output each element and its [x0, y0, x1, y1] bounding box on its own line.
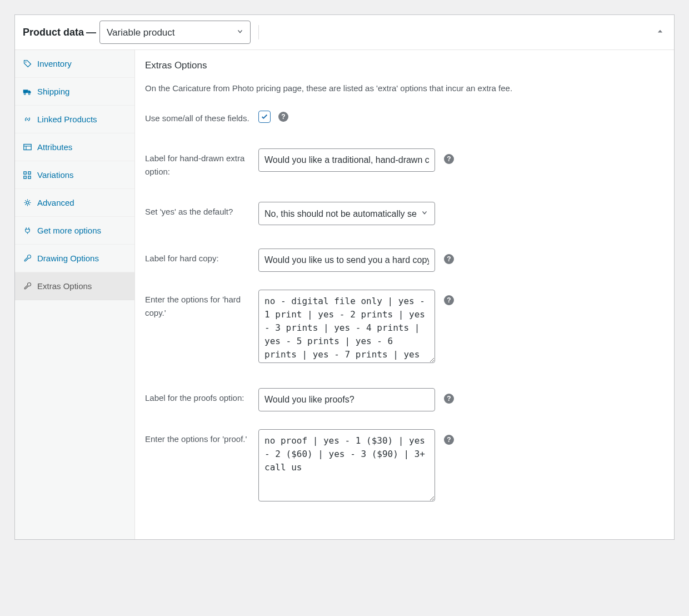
use-fields-checkbox[interactable]	[258, 111, 271, 123]
tab-label: Variations	[37, 170, 74, 180]
truck-icon	[23, 88, 32, 96]
default-yes-label: Set 'yes' as the default?	[145, 202, 258, 218]
help-icon[interactable]: ?	[444, 435, 454, 445]
hard-copy-options-label: Enter the options for 'hard copy.'	[145, 290, 258, 320]
tab-drawing-options[interactable]: Drawing Options	[15, 245, 134, 272]
tab-label: Attributes	[37, 142, 72, 152]
svg-rect-1	[23, 90, 28, 93]
default-yes-select[interactable]: No, this should not be automatically sel…	[258, 202, 435, 225]
plug-icon	[23, 226, 32, 235]
wrench-icon	[23, 254, 32, 262]
help-icon[interactable]: ?	[278, 112, 288, 122]
wrench-icon	[23, 282, 32, 290]
tab-get-more-options[interactable]: Get more options	[15, 217, 134, 245]
help-icon[interactable]: ?	[444, 154, 454, 164]
hand-drawn-label-label: Label for hand-drawn extra option:	[145, 148, 258, 178]
panel-title: Product data	[23, 27, 84, 38]
title-dash: —	[86, 27, 96, 38]
proofs-label-label: Label for the proofs option:	[145, 388, 258, 405]
grid-icon	[23, 171, 32, 179]
svg-point-3	[28, 93, 30, 95]
tab-label: Linked Products	[37, 115, 97, 124]
link-icon	[23, 115, 32, 123]
tab-linked-products[interactable]: Linked Products	[15, 106, 134, 133]
tab-label: Shipping	[37, 87, 69, 96]
svg-rect-10	[28, 176, 31, 178]
proofs-options-textarea[interactable]	[258, 429, 435, 501]
help-icon[interactable]: ?	[444, 394, 454, 404]
svg-point-11	[26, 201, 29, 204]
gear-icon	[23, 198, 32, 207]
svg-rect-9	[24, 176, 26, 178]
section-heading: Extras Options	[145, 60, 664, 71]
tab-label: Inventory	[37, 59, 72, 68]
proofs-options-label: Enter the options for 'proof.'	[145, 429, 258, 446]
tab-label: Get more options	[37, 226, 101, 235]
extras-options-content: Extras Options On the Caricature from Ph…	[135, 50, 674, 539]
section-description: On the Caricature from Photo pricing pag…	[145, 83, 664, 93]
use-fields-label: Use some/all of these fields.	[145, 108, 258, 125]
hand-drawn-label-input[interactable]	[258, 148, 435, 172]
svg-point-2	[24, 93, 26, 95]
tab-attributes[interactable]: Attributes	[15, 133, 134, 161]
collapse-toggle[interactable]	[656, 28, 664, 37]
tab-advanced[interactable]: Advanced	[15, 189, 134, 217]
divider	[258, 25, 259, 39]
list-icon	[23, 143, 32, 151]
product-type-select[interactable]: Variable product	[99, 21, 251, 44]
panel-header: Product data — Variable product	[15, 15, 674, 50]
help-icon[interactable]: ?	[444, 295, 454, 305]
svg-rect-7	[24, 171, 26, 173]
tab-label: Drawing Options	[37, 254, 99, 263]
hard-copy-label-input[interactable]	[258, 249, 435, 272]
tab-label: Extras Options	[37, 281, 92, 291]
svg-rect-8	[28, 171, 31, 173]
tab-shipping[interactable]: Shipping	[15, 78, 134, 106]
proofs-label-input[interactable]	[258, 388, 435, 411]
hard-copy-options-textarea[interactable]	[258, 290, 435, 363]
svg-rect-4	[23, 145, 31, 150]
product-data-panel: Product data — Variable product Inventor…	[14, 14, 675, 540]
product-data-tabs: Inventory Shipping Linked Products Attri…	[15, 50, 135, 539]
tab-variations[interactable]: Variations	[15, 161, 134, 189]
tab-inventory[interactable]: Inventory	[15, 50, 134, 78]
tag-icon	[23, 59, 32, 68]
tab-label: Advanced	[37, 198, 74, 207]
hard-copy-label-label: Label for hard copy:	[145, 249, 258, 265]
help-icon[interactable]: ?	[444, 254, 454, 264]
tab-extras-options[interactable]: Extras Options	[15, 272, 134, 300]
svg-point-0	[25, 61, 26, 62]
